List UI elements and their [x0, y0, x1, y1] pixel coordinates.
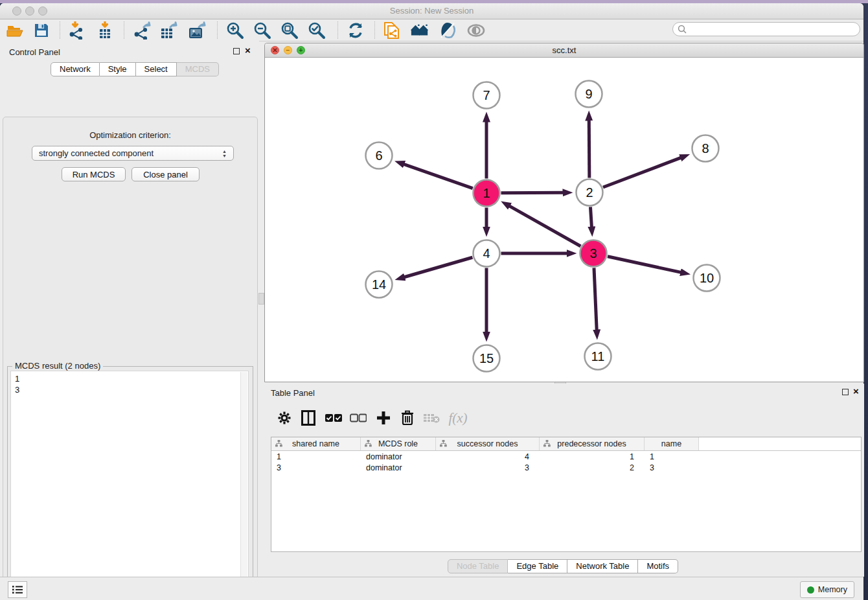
select-all-icon[interactable] — [324, 408, 343, 428]
close-panel-icon[interactable]: × — [245, 47, 251, 54]
apply-layout-icon[interactable] — [346, 21, 365, 40]
table-cell[interactable]: 3 — [436, 462, 540, 473]
network-graph: 7968124314101511 — [265, 58, 863, 382]
graph-edge-1-6[interactable] — [404, 164, 473, 188]
node-table[interactable]: shared nameMCDS rolesuccessor nodesprede… — [271, 437, 862, 552]
memory-button[interactable]: Memory — [800, 581, 854, 598]
graph-node-7[interactable]: 7 — [474, 82, 500, 109]
table-cell[interactable]: 1 — [271, 451, 361, 462]
table-cell[interactable]: 1 — [540, 451, 645, 462]
graph-edge-2-8[interactable] — [603, 157, 681, 187]
table-toolbar: f(x) — [271, 408, 862, 432]
control-panel-title: Control Panel — [9, 47, 60, 57]
graph-node-2[interactable]: 2 — [577, 179, 603, 206]
table-float-icon[interactable] — [842, 389, 849, 395]
zoom-fit-icon[interactable] — [280, 21, 299, 40]
control-panel: Control Panel × NetworkStyleSelectMCDS O… — [0, 41, 259, 577]
graph-node-6[interactable]: 6 — [366, 143, 393, 169]
search-field[interactable] — [687, 23, 860, 36]
graph-node-15[interactable]: 15 — [474, 345, 500, 372]
network-titlebar: ✕ − + scc.txt — [265, 43, 863, 58]
table-cell[interactable]: dominator — [361, 451, 436, 462]
first-neighbors-icon[interactable] — [410, 21, 429, 40]
table-body: 1dominator4113dominator323 — [271, 451, 861, 473]
graph-edge-3-10[interactable] — [608, 257, 681, 273]
table-mode-icon[interactable] — [275, 408, 294, 428]
task-history-button[interactable] — [8, 581, 27, 598]
table-cell[interactable]: 3 — [645, 462, 699, 473]
export-image-icon[interactable] — [187, 21, 207, 40]
graph-edge-3-1[interactable] — [509, 206, 580, 246]
table-close-icon[interactable]: × — [853, 388, 859, 395]
table-cell[interactable]: 2 — [540, 462, 645, 473]
table-cell[interactable]: 3 — [271, 462, 361, 473]
tab-node-table[interactable]: Node Table — [448, 559, 508, 573]
graph-edge-3-11[interactable] — [594, 268, 597, 330]
add-column-icon[interactable] — [374, 408, 393, 428]
save-session-icon[interactable] — [32, 21, 51, 40]
column-header-successor-nodes[interactable]: successor nodes — [436, 437, 540, 450]
tab-mcds[interactable]: MCDS — [177, 62, 219, 76]
tab-edge-table[interactable]: Edge Table — [508, 559, 567, 573]
column-header-MCDS-role[interactable]: MCDS role — [361, 437, 436, 450]
tab-style[interactable]: Style — [100, 62, 136, 76]
tab-network[interactable]: Network — [51, 62, 100, 76]
graph-node-10[interactable]: 10 — [694, 265, 720, 292]
graph-node-9[interactable]: 9 — [576, 81, 602, 108]
new-network-from-selection-icon[interactable] — [382, 21, 401, 40]
column-header-shared-name[interactable]: shared name — [271, 437, 361, 450]
close-panel-button[interactable]: Close panel — [131, 167, 200, 181]
tab-select[interactable]: Select — [136, 62, 177, 76]
graph-node-3[interactable]: 3 — [580, 240, 607, 267]
delete-column-icon[interactable] — [398, 408, 417, 428]
result-scrollbar[interactable] — [240, 372, 247, 600]
graph-edge-2-9[interactable] — [589, 120, 589, 178]
zoom-selected-icon[interactable] — [307, 21, 326, 40]
tab-network-table[interactable]: Network Table — [567, 559, 638, 573]
deselect-all-icon[interactable] — [348, 408, 368, 428]
float-panel-icon[interactable] — [233, 48, 240, 54]
mcds-tab-content: Optimization criterion: strongly connect… — [3, 117, 258, 600]
search-input[interactable] — [672, 22, 860, 36]
column-type-icon — [543, 440, 551, 447]
column-visibility-icon[interactable] — [299, 408, 318, 428]
graph-node-11[interactable]: 11 — [585, 343, 611, 370]
table-cell[interactable]: dominator — [361, 462, 436, 473]
zoom-out-icon[interactable] — [253, 21, 272, 40]
criterion-select[interactable]: strongly connected component ▲▼ — [32, 146, 234, 161]
svg-text:6: 6 — [375, 148, 382, 163]
table-cell[interactable]: 1 — [645, 451, 699, 462]
tab-motifs[interactable]: Motifs — [638, 559, 678, 573]
network-canvas[interactable]: 7968124314101511 — [265, 58, 863, 382]
svg-text:4: 4 — [483, 246, 490, 260]
mcds-result-textarea[interactable]: 1 3 — [10, 371, 249, 600]
graph-node-8[interactable]: 8 — [692, 135, 719, 162]
table-cell[interactable]: 4 — [436, 451, 540, 462]
network-window: ✕ − + scc.txt 7968124314101511 — [264, 43, 864, 382]
graph-node-1[interactable]: 1 — [474, 180, 500, 207]
export-table-icon[interactable] — [159, 21, 178, 40]
import-network-icon[interactable] — [67, 21, 86, 40]
svg-text:2: 2 — [586, 185, 593, 200]
column-header-name[interactable]: name — [645, 437, 699, 450]
table-panel-title: Table Panel — [271, 388, 315, 398]
import-table-icon[interactable] — [95, 21, 115, 40]
export-network-icon[interactable] — [132, 21, 152, 40]
graph-edge-2-3[interactable] — [590, 207, 591, 227]
graph-node-14[interactable]: 14 — [366, 271, 393, 298]
table-row[interactable]: 1dominator411 — [271, 451, 861, 462]
table-row[interactable]: 3dominator323 — [271, 462, 861, 473]
graphics-details-icon[interactable] — [438, 21, 457, 40]
graph-edge-1-2[interactable] — [501, 192, 563, 193]
column-header-predecessor-nodes[interactable]: predecessor nodes — [540, 437, 645, 450]
panel-divider-grip[interactable] — [258, 293, 264, 305]
graph-edge-4-14[interactable] — [404, 257, 472, 277]
graph-node-4[interactable]: 4 — [474, 240, 500, 267]
run-mcds-button[interactable]: Run MCDS — [62, 167, 126, 181]
memory-status-icon — [807, 586, 814, 594]
column-type-icon — [365, 440, 372, 447]
list-icon — [12, 585, 23, 594]
zoom-in-icon[interactable] — [225, 21, 245, 40]
hide-selected-icon[interactable] — [466, 21, 486, 40]
open-file-icon[interactable] — [5, 21, 25, 40]
